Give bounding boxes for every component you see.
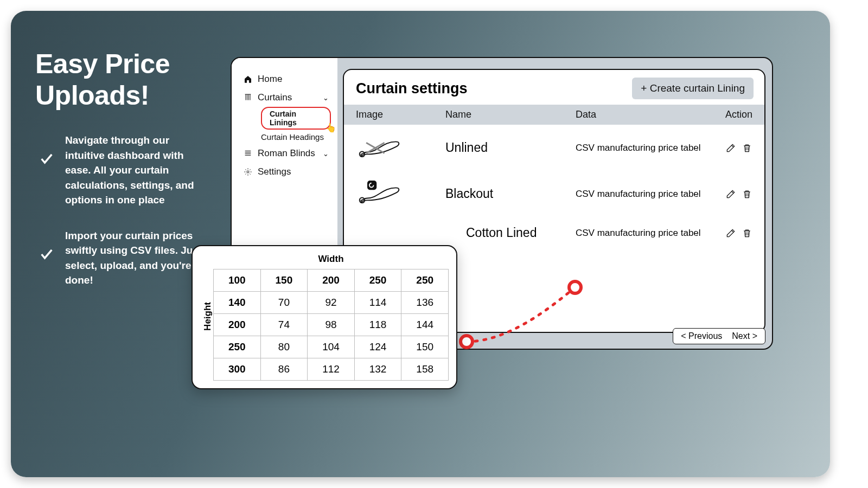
grid-cell: 150 (401, 336, 449, 358)
sidebar-item-roman-blinds[interactable]: Roman Blinds ⌄ (241, 144, 331, 163)
grid-cell: 98 (308, 314, 355, 336)
grid-cell: 112 (308, 358, 355, 381)
grid-cell: 118 (354, 314, 401, 336)
home-icon (244, 75, 252, 84)
marketing-stage: Easy Price Uploads! Navigate through our… (11, 11, 830, 477)
grid-cell: 140 (214, 292, 261, 314)
edit-icon[interactable] (725, 189, 736, 200)
grid-cell: 250 (214, 336, 261, 358)
svg-point-0 (247, 171, 249, 173)
table-header: Image Name Data Action (344, 105, 764, 125)
fabric-blackout-icon (356, 179, 403, 206)
trash-icon[interactable] (742, 228, 752, 239)
grid-cell: 70 (260, 292, 308, 314)
col-action: Action (714, 109, 752, 120)
grid-cell: 250 (401, 269, 449, 292)
col-image: Image (356, 109, 445, 120)
promo-block: Easy Price Uploads! Navigate through our… (35, 49, 209, 309)
row-name: Cotton Lined (445, 226, 576, 240)
pointer-icon: 👆 (326, 123, 336, 133)
svg-rect-5 (367, 181, 376, 190)
grid-cell: 124 (354, 336, 401, 358)
row-data: CSV manufacturing price tabel (576, 189, 714, 200)
grid-cell: 200 (214, 314, 261, 336)
row-data: CSV manufacturing price tabel (576, 143, 714, 153)
next-button[interactable]: Next > (732, 331, 757, 341)
sidebar-item-label: Curtain Headings (261, 132, 324, 142)
sidebar-item-home[interactable]: Home (241, 70, 331, 88)
price-table: 100 150 200 250 250 140 70 92 114 136 (213, 269, 449, 381)
promo-bullet-text: Import your curtain prices swiftly using… (65, 230, 202, 286)
page-title: Curtain settings (356, 80, 468, 97)
row-data: CSV manufacturing price tabel (576, 228, 714, 239)
table-row: Cotton Lined CSV manufacturing price tab… (344, 217, 764, 249)
sidebar-item-label: Roman Blinds (258, 148, 315, 159)
grid-cell: 86 (260, 358, 308, 381)
grid-cell: 300 (214, 358, 261, 381)
grid-cell: 132 (354, 358, 401, 381)
sidebar-item-curtain-headings[interactable]: Curtain Headings (261, 130, 331, 144)
chevron-down-icon: ⌄ (323, 150, 329, 158)
grid-cell: 250 (354, 269, 401, 292)
sidebar-item-label: Curtains (258, 92, 292, 103)
sidebar-item-curtain-linings[interactable]: Curtain Linings 👆 (261, 107, 331, 130)
grid-cell: 100 (214, 269, 261, 292)
grid-cell: 104 (308, 336, 355, 358)
sidebar-item-label: Home (258, 74, 282, 85)
prev-button[interactable]: < Previous (681, 331, 722, 341)
table-row: Blackout CSV manufacturing price tabel (344, 171, 764, 217)
grid-cell: 144 (401, 314, 449, 336)
grid-cell: 150 (260, 269, 308, 292)
sidebar-item-label: Curtain Linings (270, 110, 297, 127)
fabric-unlined-icon (356, 133, 403, 159)
trash-icon[interactable] (742, 143, 752, 153)
grid-cell: 74 (260, 314, 308, 336)
grid-width-label: Width (213, 252, 449, 269)
grid-cell: 136 (401, 292, 449, 314)
create-lining-button[interactable]: + Create curtain Lining (632, 78, 754, 99)
check-icon (39, 247, 54, 262)
edit-icon[interactable] (725, 143, 736, 153)
promo-bullet-text: Navigate through our intuitive dashboard… (65, 134, 194, 206)
promo-bullet: Navigate through our intuitive dashboard… (65, 133, 209, 208)
chevron-down-icon: ⌄ (323, 94, 329, 102)
grid-cell: 114 (354, 292, 401, 314)
trash-icon[interactable] (742, 189, 752, 200)
row-name: Unlined (445, 140, 576, 155)
pagination: < Previous Next > (673, 328, 765, 344)
gear-icon (244, 168, 252, 176)
col-data: Data (576, 109, 714, 120)
edit-icon[interactable] (725, 228, 736, 239)
blinds-icon (244, 149, 252, 158)
col-name: Name (445, 109, 576, 120)
check-icon (39, 151, 54, 166)
curtain-icon (244, 93, 252, 102)
sidebar-item-settings[interactable]: Settings (241, 163, 331, 181)
grid-height-label: Height (200, 302, 213, 331)
grid-cell: 200 (308, 269, 355, 292)
grid-cell: 92 (308, 292, 355, 314)
sidebar-item-curtains[interactable]: Curtains ⌄ (241, 88, 331, 107)
promo-bullet: Import your curtain prices swiftly using… (65, 228, 209, 288)
table-row: Unlined CSV manufacturing price tabel (344, 125, 764, 171)
row-name: Blackout (445, 187, 576, 201)
price-grid-popup: Height Width 100 150 200 250 250 140 70 … (192, 245, 457, 389)
sidebar-item-label: Settings (258, 166, 291, 177)
grid-cell: 158 (401, 358, 449, 381)
grid-cell: 80 (260, 336, 308, 358)
promo-headline: Easy Price Uploads! (35, 49, 209, 111)
